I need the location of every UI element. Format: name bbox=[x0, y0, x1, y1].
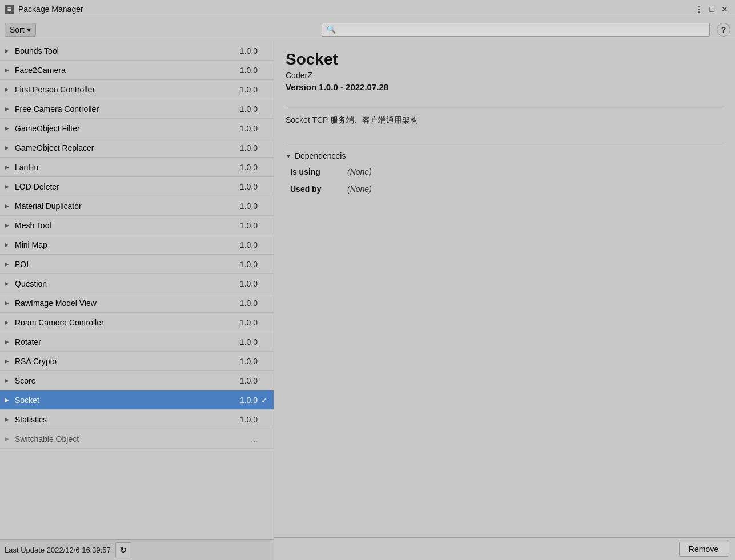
package-item-name: Mini Map bbox=[15, 240, 240, 249]
package-arrow-icon: ▶ bbox=[5, 300, 13, 306]
remove-button[interactable]: Remove bbox=[679, 542, 728, 557]
package-item-version: 1.0.0 bbox=[240, 376, 258, 385]
list-item[interactable]: ▶ First Person Controller 1.0.0 bbox=[0, 80, 274, 99]
package-arrow-icon: ▶ bbox=[5, 377, 13, 384]
package-arrow-icon: ▶ bbox=[5, 358, 13, 364]
package-item-version: 1.0.0 bbox=[240, 66, 258, 75]
package-item-name: GameObject Replacer bbox=[15, 143, 240, 152]
package-item-name: GameObject Filter bbox=[15, 124, 240, 133]
package-item-name: Face2Camera bbox=[15, 66, 240, 75]
list-item[interactable]: ▶ Switchable Object ... bbox=[0, 429, 274, 449]
maximize-button[interactable]: □ bbox=[708, 3, 717, 15]
main-content: ▶ Bounds Tool 1.0.0 ▶ Face2Camera 1.0.0 … bbox=[0, 41, 735, 560]
package-item-version: 1.0.0 bbox=[240, 182, 258, 191]
list-item[interactable]: ▶ GameObject Filter 1.0.0 bbox=[0, 119, 274, 138]
package-item-version: 1.0.0 bbox=[240, 415, 258, 424]
package-arrow-icon: ▶ bbox=[5, 416, 13, 422]
list-item[interactable]: ▶ POI 1.0.0 bbox=[0, 255, 274, 274]
package-item-name: RawImage Model View bbox=[15, 299, 240, 308]
package-item-version: 1.0.0 bbox=[240, 299, 258, 308]
package-arrow-icon: ▶ bbox=[5, 144, 13, 151]
package-item-name: Bounds Tool bbox=[15, 46, 240, 55]
sort-label: Sort bbox=[10, 25, 25, 34]
list-item[interactable]: ▶ Material Duplicator 1.0.0 bbox=[0, 196, 274, 216]
list-item[interactable]: ▶ LOD Deleter 1.0.0 bbox=[0, 177, 274, 196]
right-wrapper: Socket CoderZ Version 1.0.0 - 2022.07.28… bbox=[274, 41, 735, 560]
search-input[interactable] bbox=[322, 23, 710, 37]
package-item-name: Question bbox=[15, 279, 240, 288]
list-item[interactable]: ▶ Score 1.0.0 bbox=[0, 371, 274, 390]
package-item-name: First Person Controller bbox=[15, 85, 240, 94]
list-item[interactable]: ▶ Question 1.0.0 bbox=[0, 274, 274, 293]
package-arrow-icon: ▶ bbox=[5, 86, 13, 92]
left-panel: ▶ Bounds Tool 1.0.0 ▶ Face2Camera 1.0.0 … bbox=[0, 41, 274, 560]
package-arrow-icon: ▶ bbox=[5, 436, 13, 442]
refresh-button[interactable]: ↻ bbox=[115, 542, 131, 558]
used-by-row: Used by (None) bbox=[286, 184, 724, 194]
more-options-button[interactable]: ⋮ bbox=[693, 3, 705, 15]
dependencies-header: ▼ Dependenceis bbox=[286, 151, 724, 160]
package-arrow-icon: ▶ bbox=[5, 280, 13, 287]
package-item-name: RSA Crypto bbox=[15, 357, 240, 366]
list-item[interactable]: ▶ Rotater 1.0.0 bbox=[0, 332, 274, 352]
package-arrow-icon: ▶ bbox=[5, 241, 13, 248]
package-arrow-icon: ▶ bbox=[5, 106, 13, 112]
package-version-line: Version 1.0.0 - 2022.07.28 bbox=[286, 82, 724, 92]
package-title: Socket bbox=[286, 50, 724, 69]
package-arrow-icon: ▶ bbox=[5, 397, 13, 403]
package-item-version: 1.0.0 bbox=[240, 143, 258, 152]
package-arrow-icon: ▶ bbox=[5, 67, 13, 73]
package-item-check: ✓ bbox=[260, 396, 269, 405]
package-item-name: POI bbox=[15, 260, 240, 269]
package-item-name: LanHu bbox=[15, 163, 240, 172]
package-list: ▶ Bounds Tool 1.0.0 ▶ Face2Camera 1.0.0 … bbox=[0, 41, 274, 539]
list-item[interactable]: ▶ RSA Crypto 1.0.0 bbox=[0, 352, 274, 371]
package-item-name: LOD Deleter bbox=[15, 182, 240, 191]
dep-arrow-icon: ▼ bbox=[286, 153, 291, 159]
package-author: CoderZ bbox=[286, 71, 724, 80]
window-title: Package Manager bbox=[18, 5, 83, 14]
package-item-name: Statistics bbox=[15, 415, 240, 424]
package-item-version: ... bbox=[251, 434, 258, 444]
detail-panel: Socket CoderZ Version 1.0.0 - 2022.07.28… bbox=[274, 41, 735, 537]
list-item[interactable]: ▶ Free Camera Controller 1.0.0 bbox=[0, 99, 274, 119]
package-item-name: Free Camera Controller bbox=[15, 104, 240, 114]
list-item[interactable]: ▶ RawImage Model View 1.0.0 bbox=[0, 293, 274, 313]
package-arrow-icon: ▶ bbox=[5, 203, 13, 209]
package-item-name: Switchable Object bbox=[15, 434, 251, 444]
package-item-version: 1.0.0 bbox=[240, 318, 258, 327]
sort-dropdown-icon: ▾ bbox=[27, 25, 31, 34]
package-item-name: Mesh Tool bbox=[15, 221, 240, 230]
list-item[interactable]: ▶ Face2Camera 1.0.0 bbox=[0, 61, 274, 80]
package-item-version: 1.0.0 bbox=[240, 85, 258, 94]
list-item[interactable]: ▶ LanHu 1.0.0 bbox=[0, 158, 274, 177]
package-item-name: Material Duplicator bbox=[15, 202, 240, 211]
used-by-value: (None) bbox=[347, 184, 372, 194]
package-item-version: 1.0.0 bbox=[240, 202, 258, 211]
dependencies-section: ▼ Dependenceis Is using (None) Used by (… bbox=[286, 151, 724, 202]
list-item[interactable]: ▶ Mini Map 1.0.0 bbox=[0, 235, 274, 255]
list-item[interactable]: ▶ Socket 1.0.0 ✓ bbox=[0, 390, 274, 410]
package-item-version: 1.0.0 bbox=[240, 357, 258, 366]
package-description: Socket TCP 服务端、客户端通用架构 bbox=[286, 115, 724, 126]
window-icon: ≡ bbox=[5, 5, 14, 14]
status-bar: Last Update 2022/12/6 16:39:57 ↻ bbox=[0, 539, 274, 560]
list-item[interactable]: ▶ Mesh Tool 1.0.0 bbox=[0, 216, 274, 235]
help-button[interactable]: ? bbox=[717, 23, 730, 37]
package-arrow-icon: ▶ bbox=[5, 125, 13, 131]
sort-button[interactable]: Sort ▾ bbox=[5, 23, 36, 37]
package-arrow-icon: ▶ bbox=[5, 47, 13, 54]
window-controls: ⋮ □ ✕ bbox=[693, 3, 730, 15]
package-item-version: 1.0.0 bbox=[240, 279, 258, 288]
bottom-bar: Remove bbox=[274, 537, 735, 560]
list-item[interactable]: ▶ GameObject Replacer 1.0.0 bbox=[0, 138, 274, 158]
list-item[interactable]: ▶ Roam Camera Controller 1.0.0 bbox=[0, 313, 274, 332]
list-item[interactable]: ▶ Statistics 1.0.0 bbox=[0, 410, 274, 429]
close-button[interactable]: ✕ bbox=[719, 3, 730, 15]
package-item-version: 1.0.0 bbox=[240, 240, 258, 249]
last-update-text: Last Update 2022/12/6 16:39:57 bbox=[5, 546, 111, 554]
package-arrow-icon: ▶ bbox=[5, 222, 13, 228]
toolbar: Sort ▾ ? bbox=[0, 18, 735, 41]
list-item[interactable]: ▶ Bounds Tool 1.0.0 bbox=[0, 41, 274, 61]
package-item-version: 1.0.0 bbox=[240, 46, 258, 55]
